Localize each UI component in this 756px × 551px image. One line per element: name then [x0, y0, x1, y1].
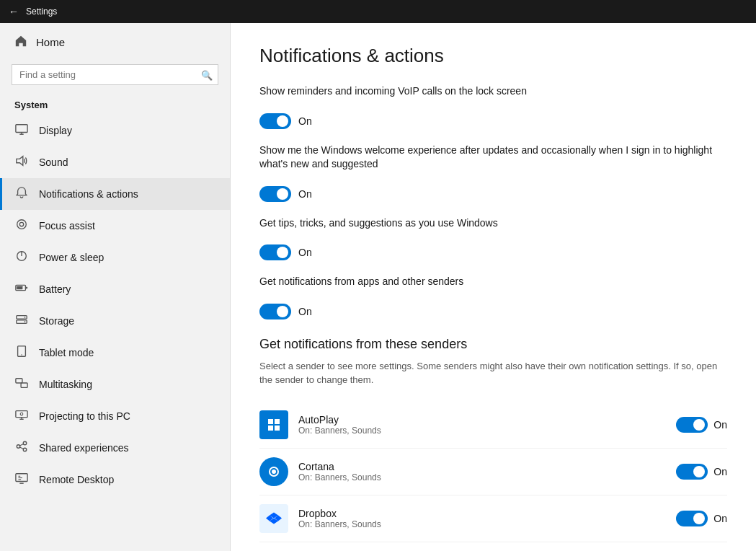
toggle-dropbox[interactable] [676, 511, 708, 526]
svg-rect-17 [16, 379, 22, 383]
sidebar-label-focus: Focus assist [39, 220, 95, 232]
svg-point-4 [17, 220, 27, 229]
sidebar-item-focus[interactable]: Focus assist [0, 210, 230, 242]
sidebar-section-title: System [0, 94, 230, 115]
autoplay-toggle-label: On [713, 419, 727, 431]
svg-point-24 [23, 441, 27, 445]
dropbox-icon [259, 504, 288, 533]
svg-point-25 [23, 448, 27, 451]
notifications-icon [14, 186, 29, 202]
toggle-row-tips: On [259, 244, 727, 260]
sound-icon [14, 154, 29, 170]
dropbox-toggle-label: On [713, 513, 727, 524]
toggle-app-notifications[interactable] [259, 304, 291, 319]
svg-marker-3 [17, 157, 23, 166]
cortana-name: Cortana [298, 461, 676, 472]
svg-rect-9 [17, 286, 22, 290]
senders-heading: Get notifications from these senders [259, 337, 727, 352]
autoplay-info: AutoPlay On: Banners, Sounds [298, 414, 676, 436]
senders-description: Select a sender to see more settings. So… [259, 359, 727, 387]
storage-icon [14, 313, 29, 329]
toggle-welcome-label: On [298, 188, 312, 200]
svg-point-13 [25, 317, 26, 318]
sidebar-item-multitasking[interactable]: Multitasking [0, 369, 230, 400]
setting-app-notifications: Get notifications from apps and other se… [259, 275, 727, 289]
sidebar-search-container: 🔍 [12, 64, 218, 85]
sidebar-label-power: Power & sleep [39, 252, 104, 263]
sidebar-item-storage[interactable]: Storage [0, 305, 230, 337]
shared-icon [14, 440, 29, 456]
svg-rect-18 [21, 383, 27, 387]
toggle-tips-label: On [298, 247, 312, 258]
sidebar-label-tablet: Tablet mode [39, 347, 94, 358]
display-icon [14, 123, 29, 138]
main-content: Notifications & actions Show reminders a… [231, 23, 756, 551]
toggle-tips[interactable] [259, 244, 291, 260]
sidebar-label-sound: Sound [39, 157, 68, 168]
svg-point-14 [25, 321, 26, 322]
sidebar-label-remote: Remote Desktop [39, 474, 114, 485]
toggle-autoplay[interactable] [676, 417, 708, 433]
titlebar-title: Settings [26, 6, 57, 17]
projecting-icon [14, 408, 29, 424]
dropbox-info: Dropbox On: Banners, Sounds [298, 508, 676, 529]
dropbox-toggle-area: On [676, 511, 727, 526]
sidebar-home-label: Home [36, 36, 65, 48]
svg-point-5 [19, 222, 23, 226]
toggle-lock-screen[interactable] [259, 113, 291, 129]
sidebar-home-button[interactable]: Home [0, 23, 230, 61]
home-icon [14, 35, 27, 50]
setting-tips-label: Get tips, tricks, and suggestions as you… [259, 216, 727, 231]
svg-point-23 [17, 445, 20, 449]
toggle-cortana[interactable] [676, 464, 708, 480]
page-title: Notifications & actions [259, 45, 727, 67]
toggle-lock-screen-label: On [298, 115, 312, 127]
cortana-info: Cortana On: Banners, Sounds [298, 461, 676, 482]
setting-lock-screen: Show reminders and incoming VoIP calls o… [259, 84, 727, 99]
back-button[interactable]: ← [9, 6, 19, 17]
svg-line-26 [19, 444, 23, 446]
tablet-icon [14, 345, 29, 361]
svg-line-27 [19, 447, 23, 449]
search-input[interactable] [12, 64, 218, 85]
sidebar-item-sound[interactable]: Sound [0, 146, 230, 178]
svg-rect-19 [16, 411, 27, 418]
svg-rect-10 [25, 287, 27, 289]
titlebar: ← Settings [0, 0, 756, 23]
sidebar-item-tablet[interactable]: Tablet mode [0, 337, 230, 369]
sidebar-item-power[interactable]: Power & sleep [0, 242, 230, 273]
setting-app-notifications-label: Get notifications from apps and other se… [259, 275, 727, 289]
sidebar-label-shared: Shared experiences [39, 442, 129, 454]
sidebar-item-battery[interactable]: Battery [0, 273, 230, 305]
search-icon: 🔍 [201, 69, 213, 80]
sidebar: Home 🔍 System Display Sound Notification… [0, 23, 231, 551]
app-row-cortana[interactable]: Cortana On: Banners, Sounds On [259, 449, 727, 495]
setting-tips: Get tips, tricks, and suggestions as you… [259, 216, 727, 231]
sidebar-label-battery: Battery [39, 283, 71, 295]
sidebar-item-shared[interactable]: Shared experiences [0, 432, 230, 464]
sidebar-label-projecting: Projecting to this PC [39, 410, 130, 422]
remote-icon [14, 472, 29, 488]
autoplay-toggle-area: On [676, 417, 727, 433]
setting-lock-screen-label: Show reminders and incoming VoIP calls o… [259, 84, 727, 99]
setting-welcome: Show me the Windows welcome experience a… [259, 144, 727, 172]
app-row-autoplay[interactable]: AutoPlay On: Banners, Sounds On [259, 402, 727, 449]
sidebar-label-display: Display [39, 125, 72, 136]
sidebar-item-notifications[interactable]: Notifications & actions [0, 178, 230, 210]
sidebar-label-multitasking: Multitasking [39, 379, 92, 390]
sidebar-item-projecting[interactable]: Projecting to this PC [0, 400, 230, 432]
sidebar-item-display[interactable]: Display [0, 115, 230, 146]
cortana-icon [259, 457, 288, 486]
toggle-row-lock-screen: On [259, 113, 727, 129]
sidebar-item-remote[interactable]: Remote Desktop [0, 464, 230, 495]
toggle-row-app-notifications: On [259, 304, 727, 319]
autoplay-sub: On: Banners, Sounds [298, 426, 676, 436]
dropbox-sub: On: Banners, Sounds [298, 519, 676, 529]
toggle-app-notifications-label: On [298, 306, 312, 317]
dropbox-name: Dropbox [298, 508, 676, 519]
app-row-dropbox[interactable]: Dropbox On: Banners, Sounds On [259, 495, 727, 542]
toggle-welcome[interactable] [259, 186, 291, 202]
svg-point-22 [20, 413, 23, 415]
cortana-toggle-label: On [713, 466, 727, 477]
multitasking-icon [14, 376, 29, 392]
